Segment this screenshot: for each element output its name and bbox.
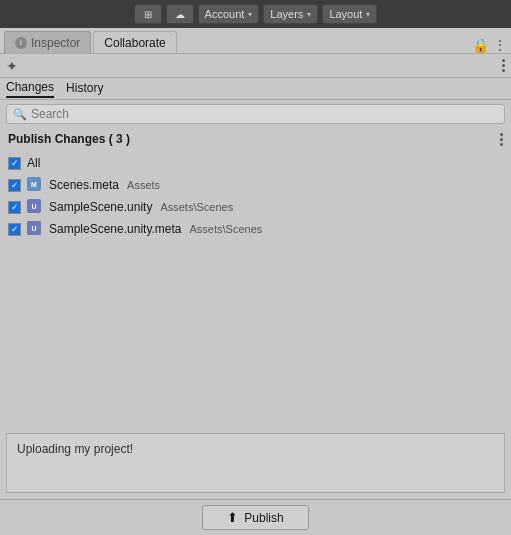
checkbox-samplescene-meta[interactable]: ✓: [8, 223, 21, 236]
layers-dropdown[interactable]: Layers ▾: [263, 4, 318, 24]
layers-label: Layers: [270, 8, 303, 20]
layout-label: Layout: [329, 8, 362, 20]
section-more-button[interactable]: [500, 133, 503, 146]
search-icon: 🔍: [13, 108, 27, 121]
grid-icon: ⊞: [144, 9, 152, 20]
tab-bar-right: 🔒 ⋮: [472, 37, 507, 53]
file-icon-unity-meta: U: [27, 221, 43, 237]
publish-label: Publish: [244, 511, 283, 525]
inspector-tab-label: Inspector: [31, 36, 80, 50]
gear-icon[interactable]: ✦: [6, 58, 18, 74]
tab-bar: i Inspector Collaborate 🔒 ⋮: [0, 28, 511, 54]
file-path-samplescene-unity: Assets\Scenes: [160, 201, 233, 213]
grid-icon-button[interactable]: ⊞: [134, 4, 162, 24]
file-list: ✓ All ✓ M Scenes.meta Assets ✓ U SampleS…: [0, 150, 511, 242]
all-label: All: [27, 156, 40, 170]
list-item[interactable]: ✓ M Scenes.meta Assets: [0, 174, 511, 196]
account-chevron-icon: ▾: [248, 10, 252, 19]
publish-upload-icon: ⬆: [227, 510, 238, 525]
file-item-all[interactable]: ✓ All: [0, 152, 511, 174]
empty-space: [0, 242, 511, 427]
list-item[interactable]: ✓ U SampleScene.unity Assets\Scenes: [0, 196, 511, 218]
section-header: Publish Changes ( 3 ): [0, 128, 511, 150]
search-bar: 🔍: [6, 104, 505, 124]
file-icon-meta: M: [27, 177, 43, 193]
nav-tabs: Changes History: [0, 78, 511, 100]
layers-chevron-icon: ▾: [307, 10, 311, 19]
file-name-scenes-meta: Scenes.meta: [49, 178, 119, 192]
file-path-samplescene-meta: Assets\Scenes: [190, 223, 263, 235]
publish-button[interactable]: ⬆ Publish: [202, 505, 308, 530]
checkbox-samplescene-unity[interactable]: ✓: [8, 201, 21, 214]
inspector-info-icon: i: [15, 37, 27, 49]
cloud-icon-button[interactable]: ☁: [166, 4, 194, 24]
sub-header-more-button[interactable]: [502, 59, 505, 72]
nav-tab-changes[interactable]: Changes: [6, 80, 54, 98]
sub-header-left: ✦: [6, 58, 18, 74]
search-input[interactable]: [31, 107, 498, 121]
file-name-samplescene-unity: SampleScene.unity: [49, 200, 152, 214]
bottom-bar: ⬆ Publish: [0, 499, 511, 535]
list-item[interactable]: ✓ U SampleScene.unity.meta Assets\Scenes: [0, 218, 511, 240]
sub-header: ✦: [0, 54, 511, 78]
cloud-icon: ☁: [175, 9, 185, 20]
layout-chevron-icon: ▾: [366, 10, 370, 19]
checkbox-scenes-meta[interactable]: ✓: [8, 179, 21, 192]
collaborate-tab-label: Collaborate: [104, 36, 165, 50]
account-label: Account: [205, 8, 245, 20]
file-icon-unity: U: [27, 199, 43, 215]
account-dropdown[interactable]: Account ▾: [198, 4, 260, 24]
tab-inspector[interactable]: i Inspector: [4, 31, 91, 53]
upload-text: Uploading my project!: [17, 442, 133, 456]
more-icon[interactable]: ⋮: [493, 37, 507, 53]
section-title: Publish Changes ( 3 ): [8, 132, 130, 146]
tab-collaborate[interactable]: Collaborate: [93, 31, 176, 53]
lock-icon[interactable]: 🔒: [472, 37, 489, 53]
file-name-samplescene-meta: SampleScene.unity.meta: [49, 222, 182, 236]
checkbox-all[interactable]: ✓: [8, 157, 21, 170]
file-path-scenes-meta: Assets: [127, 179, 160, 191]
top-toolbar: ⊞ ☁ Account ▾ Layers ▾ Layout ▾: [0, 0, 511, 28]
layout-dropdown[interactable]: Layout ▾: [322, 4, 377, 24]
upload-area: Uploading my project!: [6, 433, 505, 493]
nav-tab-history[interactable]: History: [66, 81, 103, 97]
